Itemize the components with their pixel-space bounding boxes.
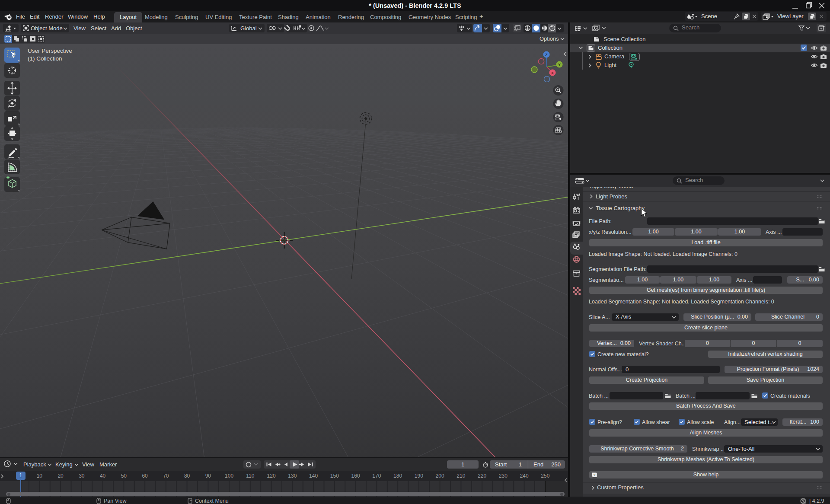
svg-text:100: 100 — [225, 473, 233, 479]
svg-text:240: 240 — [520, 473, 529, 479]
svg-text:90: 90 — [205, 473, 211, 479]
svg-text:X: X — [551, 70, 554, 75]
svg-text:50: 50 — [121, 473, 127, 479]
svg-text:180: 180 — [393, 473, 402, 479]
svg-text:80: 80 — [184, 473, 190, 479]
svg-text:Z: Z — [545, 52, 548, 57]
svg-text:70: 70 — [163, 473, 169, 479]
svg-text:10: 10 — [37, 473, 43, 479]
svg-text:30: 30 — [79, 473, 85, 479]
svg-text:40: 40 — [100, 473, 106, 479]
svg-text:230: 230 — [499, 473, 508, 479]
svg-text:210: 210 — [456, 473, 465, 479]
svg-text:200: 200 — [436, 473, 444, 479]
svg-text:Y: Y — [558, 62, 561, 67]
svg-text:140: 140 — [309, 473, 318, 479]
svg-text:110: 110 — [246, 473, 254, 479]
svg-text:?: ? — [594, 473, 596, 477]
svg-text:160: 160 — [351, 473, 360, 479]
svg-text:190: 190 — [415, 473, 423, 479]
svg-text:220: 220 — [478, 473, 486, 479]
svg-text:60: 60 — [142, 473, 148, 479]
svg-text:20: 20 — [57, 473, 64, 479]
svg-text:130: 130 — [288, 473, 297, 479]
svg-text:120: 120 — [267, 473, 276, 479]
svg-text:170: 170 — [372, 473, 381, 479]
svg-text:150: 150 — [330, 473, 339, 479]
svg-text:250: 250 — [541, 473, 549, 479]
